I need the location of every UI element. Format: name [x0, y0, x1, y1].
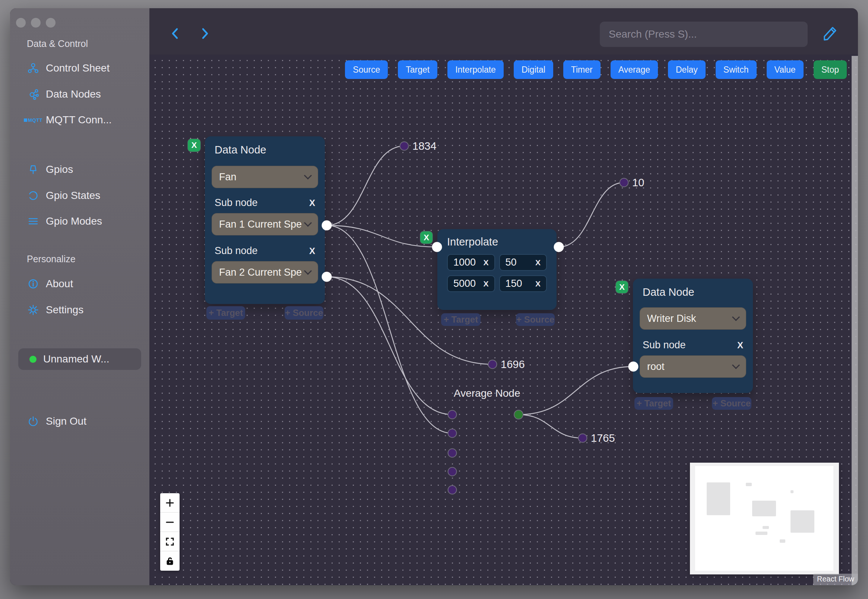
remove-value-button[interactable]: X — [536, 259, 540, 266]
sidebar-item-gpio-modes[interactable]: Gpio Modes — [27, 215, 102, 227]
app-window: Data & Control Control Sheet Data Nodes … — [10, 8, 858, 585]
minimap-node — [791, 510, 814, 533]
chevron-down-icon — [732, 313, 740, 321]
sub-node-select-1[interactable]: Fan 1 Current Spe — [212, 213, 318, 235]
minimap-node — [763, 526, 769, 529]
target-handle-writer[interactable] — [629, 362, 638, 372]
source-handle-interpolate[interactable] — [554, 242, 564, 252]
sidebar-item-about[interactable]: About — [27, 277, 73, 290]
average-input-handle[interactable] — [448, 410, 457, 420]
sidebar-item-label: Data Nodes — [46, 88, 101, 100]
value-port[interactable] — [488, 360, 497, 369]
data-nodes-icon — [27, 88, 39, 101]
node-title: Data Node — [642, 286, 746, 298]
sidebar-item-gpios[interactable]: Gpios — [27, 163, 73, 176]
value-port[interactable] — [578, 433, 587, 443]
add-source-handle-button[interactable]: + Source — [516, 313, 555, 326]
add-source-handle-button[interactable]: + Source — [284, 306, 323, 320]
sub-node-select-2[interactable]: Fan 2 Current Spe — [212, 261, 318, 283]
add-target-handle-button[interactable]: + Target — [206, 306, 245, 320]
vertical-scrollbar[interactable] — [851, 56, 858, 585]
interpolate-value-box[interactable]: 1000 X — [447, 254, 495, 271]
remove-value-button[interactable]: X — [483, 280, 488, 287]
sub-node-select[interactable]: root — [639, 355, 746, 378]
edge-interpolate-10 — [559, 182, 624, 247]
average-node-title: Average Node — [454, 387, 520, 399]
sidebar-item-gpio-states[interactable]: Gpio States — [27, 189, 100, 202]
delete-node-button[interactable]: X — [188, 139, 200, 152]
interpolate-value-box[interactable]: 50 X — [499, 254, 547, 271]
window-zoom-button[interactable] — [46, 18, 56, 27]
target-handle-interpolate[interactable] — [432, 242, 442, 252]
sidebar-item-label: Gpio States — [46, 190, 100, 202]
search-input[interactable] — [600, 22, 808, 47]
average-input-handle[interactable] — [448, 467, 457, 476]
window-controls — [16, 18, 56, 27]
minimap[interactable] — [690, 463, 839, 574]
edge-fan1-1834 — [327, 146, 404, 225]
stop-button[interactable]: Stop — [814, 60, 847, 79]
edge-fan2-average — [327, 277, 452, 415]
window-minimize-button[interactable] — [31, 18, 41, 27]
data-node-fan[interactable]: Data Node Fan Sub node X Fan 1 Current S… — [205, 136, 325, 304]
device-select[interactable]: Writer Disk — [639, 307, 746, 330]
remove-sub-node-button[interactable]: X — [309, 247, 315, 256]
average-input-handle[interactable] — [448, 429, 457, 438]
add-delay-node-button[interactable]: Delay — [668, 60, 706, 79]
zoom-in-button[interactable] — [160, 493, 179, 513]
sidebar-item-mqtt[interactable]: MQTT MQTT Conn... — [27, 114, 112, 126]
workflow-status-dot — [29, 356, 36, 363]
remove-sub-node-button[interactable]: X — [737, 341, 743, 350]
edge-average-writer — [519, 367, 633, 415]
add-source-node-button[interactable]: Source — [345, 60, 388, 79]
add-target-node-button[interactable]: Target — [398, 60, 437, 79]
add-value-node-button[interactable]: Value — [767, 60, 803, 79]
sidebar-item-sign-out[interactable]: Sign Out — [27, 415, 86, 427]
remove-value-button[interactable]: X — [483, 259, 488, 266]
forward-button[interactable] — [196, 25, 213, 42]
source-handle-fan1[interactable] — [322, 221, 332, 230]
add-digital-node-button[interactable]: Digital — [514, 60, 553, 79]
add-target-handle-button[interactable]: + Target — [635, 397, 673, 410]
add-source-handle-button[interactable]: + Source — [712, 397, 751, 410]
sidebar-item-control-sheet[interactable]: Control Sheet — [27, 62, 110, 75]
value-port[interactable] — [620, 178, 629, 187]
sidebar-item-settings[interactable]: Settings — [27, 304, 83, 316]
data-node-writer-disk[interactable]: Data Node Writer Disk Sub node X root — [633, 278, 753, 393]
add-timer-node-button[interactable]: Timer — [563, 60, 600, 79]
gear-icon — [27, 304, 39, 316]
sidebar-item-label: Gpio Modes — [46, 215, 102, 227]
delete-node-button[interactable]: X — [616, 281, 628, 293]
source-handle-fan2[interactable] — [322, 272, 332, 282]
add-interpolate-node-button[interactable]: Interpolate — [447, 60, 504, 79]
average-output-handle[interactable] — [514, 410, 524, 420]
chevron-down-icon — [304, 267, 312, 275]
delete-node-button[interactable]: X — [420, 231, 433, 244]
fit-view-button[interactable] — [160, 532, 179, 551]
add-switch-node-button[interactable]: Switch — [716, 60, 757, 79]
value-port[interactable] — [400, 141, 409, 151]
sidebar: Data & Control Control Sheet Data Nodes … — [10, 8, 149, 585]
remove-sub-node-button[interactable]: X — [309, 199, 315, 208]
flow-canvas[interactable]: Source Target Interpolate Digital Timer … — [149, 17, 858, 585]
sidebar-section-personalize: Personalize — [27, 254, 76, 265]
minimap-node — [755, 531, 767, 535]
add-target-handle-button[interactable]: + Target — [441, 313, 481, 326]
edit-pencil-icon[interactable] — [820, 24, 839, 44]
device-select[interactable]: Fan — [212, 166, 318, 188]
add-average-node-button[interactable]: Average — [611, 60, 658, 79]
window-close-button[interactable] — [16, 18, 26, 27]
interpolate-value-box[interactable]: 5000 X — [447, 275, 495, 292]
interpolate-node[interactable]: Interpolate 1000 X 50 X 5000 X 150 X — [437, 229, 557, 310]
interpolate-value-box[interactable]: 150 X — [499, 275, 547, 292]
sidebar-item-data-nodes[interactable]: Data Nodes — [27, 88, 101, 101]
back-button[interactable] — [167, 25, 184, 42]
zoom-out-button[interactable] — [160, 513, 179, 532]
lock-toggle-button[interactable] — [160, 551, 179, 571]
average-input-handle[interactable] — [448, 485, 457, 495]
average-input-handle[interactable] — [448, 448, 457, 458]
chevron-down-icon — [732, 361, 740, 369]
sidebar-item-workflow-selected[interactable]: Unnamed W... — [18, 348, 141, 370]
edge-value-label: 1765 — [591, 432, 615, 444]
remove-value-button[interactable]: X — [536, 280, 540, 287]
